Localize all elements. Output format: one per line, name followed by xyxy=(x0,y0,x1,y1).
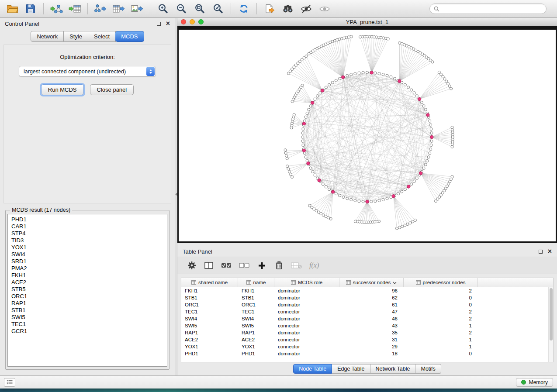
mcds-result-item[interactable]: RAP1 xyxy=(11,300,167,307)
selected-option: largest connected component (undirected) xyxy=(19,69,145,75)
mcds-result-item[interactable]: TEC1 xyxy=(11,321,167,328)
mcds-result-item[interactable]: SWI4 xyxy=(11,251,167,258)
column-header-name[interactable]: name xyxy=(238,278,274,287)
table-row[interactable]: RAP1RAP1dominator352 xyxy=(181,329,553,336)
mcds-result-item[interactable]: ORC1 xyxy=(11,293,167,300)
mcds-result-item[interactable]: PMA2 xyxy=(11,265,167,272)
search-icon xyxy=(434,6,439,12)
table-row[interactable]: SWI4SWI4dominator462 xyxy=(181,315,553,322)
close-panel-icon[interactable]: × xyxy=(166,21,170,26)
export-network-button[interactable] xyxy=(93,2,108,16)
zoom-in-button[interactable] xyxy=(155,2,171,16)
cell-mcds-role: dominator xyxy=(274,295,339,300)
table-settings-button[interactable] xyxy=(187,260,197,271)
select-all-rows-button[interactable] xyxy=(221,260,232,271)
mcds-result-item[interactable]: SWI5 xyxy=(11,314,167,321)
save-session-button[interactable] xyxy=(23,2,38,16)
memory-button[interactable]: Memory xyxy=(516,378,553,387)
mcds-result-item[interactable]: TID3 xyxy=(11,237,167,244)
tab-edge-table[interactable]: Edge Table xyxy=(332,364,370,374)
mcds-result-item[interactable]: SRD1 xyxy=(11,258,167,265)
table-row[interactable]: SWI5SWI5connector431 xyxy=(181,322,553,329)
task-history-button[interactable] xyxy=(4,378,15,387)
gear-icon xyxy=(187,261,196,270)
network-canvas[interactable] xyxy=(179,30,556,241)
optimization-criterion-select[interactable]: largest connected component (undirected) xyxy=(19,66,156,77)
network-window-titlebar[interactable]: YPA_prune.txt_1 xyxy=(177,18,557,26)
export-network-icon xyxy=(94,3,107,14)
export-table-button[interactable] xyxy=(111,2,127,16)
tab-motifs[interactable]: Motifs xyxy=(415,364,441,374)
cell-successor-nodes: 31 xyxy=(339,337,404,342)
function-builder-button[interactable]: f(x) xyxy=(309,260,319,271)
open-folder-icon xyxy=(7,3,18,14)
tab-select[interactable]: Select xyxy=(88,31,116,42)
mcds-result-item[interactable]: STB5 xyxy=(11,286,167,293)
tab-mcds[interactable]: MCDS xyxy=(115,31,144,42)
zoom-fit-button[interactable] xyxy=(192,2,208,16)
table-row[interactable]: FKH1FKH1dominator962 xyxy=(181,287,553,294)
float-table-panel-icon[interactable] xyxy=(539,250,543,254)
close-panel-button[interactable]: Close panel xyxy=(90,84,134,95)
refresh-button[interactable] xyxy=(236,2,252,16)
import-table-button[interactable] xyxy=(67,2,83,16)
mcds-result-item[interactable]: STB1 xyxy=(11,307,167,314)
mcds-result-item[interactable]: CAR1 xyxy=(11,223,167,230)
cell-shared-name: RAP1 xyxy=(181,330,238,335)
import-network-button[interactable] xyxy=(48,2,64,16)
close-window-icon[interactable] xyxy=(181,19,186,24)
show-columns-button[interactable] xyxy=(204,260,214,271)
mcds-result-item[interactable]: STP4 xyxy=(11,230,167,237)
hide-selected-button[interactable] xyxy=(298,2,314,16)
mcds-result-item[interactable]: FKH1 xyxy=(11,272,167,279)
deselect-all-rows-button[interactable] xyxy=(239,260,249,271)
table-row[interactable]: ACE2ACE2connector311 xyxy=(181,336,553,343)
new-network-from-selection-icon xyxy=(264,3,275,14)
first-neighbors-button[interactable] xyxy=(280,2,296,16)
mcds-result-item[interactable]: YOX1 xyxy=(11,244,167,251)
tab-network-table[interactable]: Network Table xyxy=(370,364,416,374)
show-all-button[interactable] xyxy=(317,2,332,16)
zoom-selected-button[interactable] xyxy=(210,2,226,16)
cell-mcds-role: dominator xyxy=(274,351,339,356)
cell-successor-nodes: 62 xyxy=(339,295,404,300)
table-row[interactable]: YOX1YOX1connector291 xyxy=(181,343,553,350)
cell-name: STB1 xyxy=(238,295,274,300)
run-mcds-button[interactable]: Run MCDS xyxy=(41,84,84,95)
mcds-result-item[interactable]: PHD1 xyxy=(11,216,167,223)
table-scrollbar[interactable] xyxy=(548,287,553,362)
panel-splitter[interactable] xyxy=(175,18,177,375)
mcds-result-item[interactable]: GCR1 xyxy=(11,328,167,335)
table-grid-icon xyxy=(346,280,351,285)
tab-style[interactable]: Style xyxy=(64,31,88,42)
column-header-successor-nodes[interactable]: successor nodes xyxy=(339,278,404,287)
table-row[interactable]: STB1STB1dominator620 xyxy=(181,294,553,301)
column-header-shared-name[interactable]: shared name xyxy=(181,278,238,287)
scrollbar-thumb[interactable] xyxy=(550,288,553,340)
minimize-window-icon[interactable] xyxy=(190,19,195,24)
search-input[interactable] xyxy=(442,6,542,12)
delete-columns-button[interactable] xyxy=(274,260,284,271)
column-header-mcds-role[interactable]: MCDS role xyxy=(274,278,339,287)
zoom-out-button[interactable] xyxy=(173,2,189,16)
mcds-result-item[interactable]: ACE2 xyxy=(11,279,167,286)
table-row[interactable]: TEC1TEC1connector472 xyxy=(181,308,553,315)
open-session-button[interactable] xyxy=(4,2,20,16)
dropdown-stepper-icon xyxy=(146,67,155,76)
close-table-panel-icon[interactable]: × xyxy=(548,249,552,254)
cell-predecessor-nodes: 0 xyxy=(404,302,478,307)
float-panel-icon[interactable] xyxy=(157,22,161,26)
tab-node-table[interactable]: Node Table xyxy=(293,364,332,374)
column-header-predecessor-nodes[interactable]: predecessor nodes xyxy=(404,278,478,287)
add-column-button[interactable] xyxy=(257,260,266,271)
show-all-icon xyxy=(319,3,330,14)
new-network-from-selection-button[interactable] xyxy=(262,2,277,16)
maximize-window-icon[interactable] xyxy=(198,19,204,24)
table-panel-title: Table Panel xyxy=(183,248,212,255)
export-image-button[interactable] xyxy=(129,2,145,16)
table-row[interactable]: PHD1PHD1dominator180 xyxy=(181,350,553,357)
tab-network[interactable]: Network xyxy=(31,31,64,42)
table-row[interactable]: ORC1ORC1dominator610 xyxy=(181,301,553,308)
splitter-collapse-icon[interactable] xyxy=(175,193,177,196)
mcds-result-list[interactable]: PHD1CAR1STP4TID3YOX1SWI4SRD1PMA2FKH1ACE2… xyxy=(7,214,167,367)
